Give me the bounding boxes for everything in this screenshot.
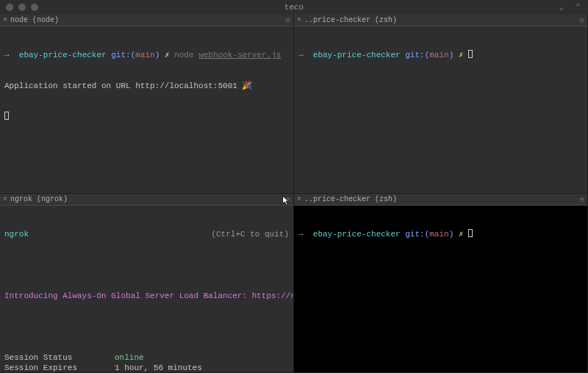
ngrok-promo: Introducing Always-On Global Server Load… xyxy=(4,291,289,301)
cmd-arg: webhook-server.js xyxy=(198,51,281,59)
prompt-arrow-icon: → xyxy=(4,51,10,59)
tabbar-tl: × node (node) ⊖ xyxy=(0,15,293,26)
pane-resize-icon[interactable]: ⊖ xyxy=(579,15,584,25)
terminal-body-tl[interactable]: → ebay-price-checker git:(main) ✗ node w… xyxy=(0,26,293,193)
prompt-branch: main xyxy=(429,230,448,239)
output-line: Application started on URL http://localh… xyxy=(4,81,289,91)
pane-resize-icon[interactable]: ⊖ xyxy=(579,195,584,204)
terminal-body-br[interactable]: → ebay-price-checker git:(main) ✗ xyxy=(294,206,587,372)
cursor-line xyxy=(4,112,289,122)
titlebar: teco ⌄ ⌃ xyxy=(0,0,588,15)
blank-line xyxy=(4,260,289,270)
prompt-dirty-icon: ✗ xyxy=(459,230,464,239)
pane-bottom-right: × ..price-checker (zsh) ⊖ → ebay-price-c… xyxy=(294,194,588,373)
close-icon[interactable]: × xyxy=(3,195,7,203)
tabbar-bl: × ngrok (ngrok) ⊖ xyxy=(0,194,293,206)
kv-row: Session Expires1 hour, 56 minutes xyxy=(4,363,289,372)
terminal-cursor-icon xyxy=(468,50,473,58)
prompt-git-open: git:( xyxy=(111,51,135,59)
ngrok-kv-list: Session StatusonlineSession Expires1 hou… xyxy=(4,352,289,372)
prompt-dir: ebay-price-checker xyxy=(19,51,107,59)
cmd-node: node xyxy=(174,51,193,59)
prompt-arrow-icon: → xyxy=(298,230,304,239)
prompt-git-close: ) xyxy=(449,230,454,239)
prompt-dirty-icon: ✗ xyxy=(459,51,464,59)
quit-hint: (Ctrl+C to quit) xyxy=(211,229,289,239)
pane-resize-icon[interactable]: ⊖ xyxy=(285,15,290,25)
prompt-line: → ebay-price-checker git:(main) ✗ xyxy=(298,50,583,60)
tab-ngrok[interactable]: × ngrok (ngrok) xyxy=(3,195,68,203)
terminal-body-bl[interactable]: ngrok (Ctrl+C to quit) Introducing Alway… xyxy=(0,206,293,372)
terminal-cursor-icon xyxy=(468,229,473,237)
prompt-git-open: git:( xyxy=(405,230,429,239)
kv-value: 1 hour, 56 minutes xyxy=(115,363,289,372)
pane-bottom-left: × ngrok (ngrok) ⊖ ngrok (Ctrl+C to quit)… xyxy=(0,194,294,373)
pane-grid: × node (node) ⊖ → ebay-price-checker git… xyxy=(0,15,588,373)
tab-label: ..price-checker (zsh) xyxy=(304,16,397,24)
pane-resize-icon[interactable]: ⊖ xyxy=(285,195,290,204)
ngrok-title: ngrok xyxy=(4,229,29,239)
terminal-body-tr[interactable]: → ebay-price-checker git:(main) ✗ xyxy=(294,26,587,193)
close-icon[interactable]: × xyxy=(3,16,7,24)
prompt-git-close: ) xyxy=(449,51,454,59)
prompt-line: → ebay-price-checker git:(main) ✗ xyxy=(298,229,583,239)
prompt-arrow-icon: → xyxy=(298,51,304,59)
tab-label: node (node) xyxy=(10,16,59,24)
prompt-git-close: ) xyxy=(155,51,160,59)
kv-key: Session Expires xyxy=(4,363,115,372)
tab-zsh-br[interactable]: × ..price-checker (zsh) xyxy=(297,195,397,203)
window-corner-icons: ⌄ ⌃ xyxy=(559,1,584,12)
kv-row: Session Statusonline xyxy=(4,352,289,363)
prompt-dir: ebay-price-checker xyxy=(313,230,401,239)
prompt-dir: ebay-price-checker xyxy=(313,51,401,59)
kv-key: Session Status xyxy=(4,352,115,363)
window-title: teco xyxy=(0,3,588,12)
prompt-dirty-icon: ✗ xyxy=(165,51,170,59)
kv-value: online xyxy=(115,352,289,363)
tab-node[interactable]: × node (node) xyxy=(3,16,59,24)
pane-top-right: × ..price-checker (zsh) ⊖ → ebay-price-c… xyxy=(294,15,588,194)
prompt-line: → ebay-price-checker git:(main) ✗ node w… xyxy=(4,50,289,60)
prompt-git-open: git:( xyxy=(405,51,429,59)
close-icon[interactable]: × xyxy=(297,16,301,24)
tab-label: ..price-checker (zsh) xyxy=(304,195,397,203)
pane-top-left: × node (node) ⊖ → ebay-price-checker git… xyxy=(0,15,294,194)
tabbar-tr: × ..price-checker (zsh) ⊖ xyxy=(294,15,587,26)
tabbar-br: × ..price-checker (zsh) ⊖ xyxy=(294,194,587,206)
tab-zsh-tr[interactable]: × ..price-checker (zsh) xyxy=(297,16,397,24)
blank-line xyxy=(4,322,289,332)
ngrok-header-line: ngrok (Ctrl+C to quit) xyxy=(4,229,289,239)
tab-label: ngrok (ngrok) xyxy=(10,195,68,203)
prompt-branch: main xyxy=(429,51,448,59)
prompt-branch: main xyxy=(135,51,154,59)
terminal-cursor-icon xyxy=(4,112,9,120)
close-icon[interactable]: × xyxy=(297,195,301,203)
